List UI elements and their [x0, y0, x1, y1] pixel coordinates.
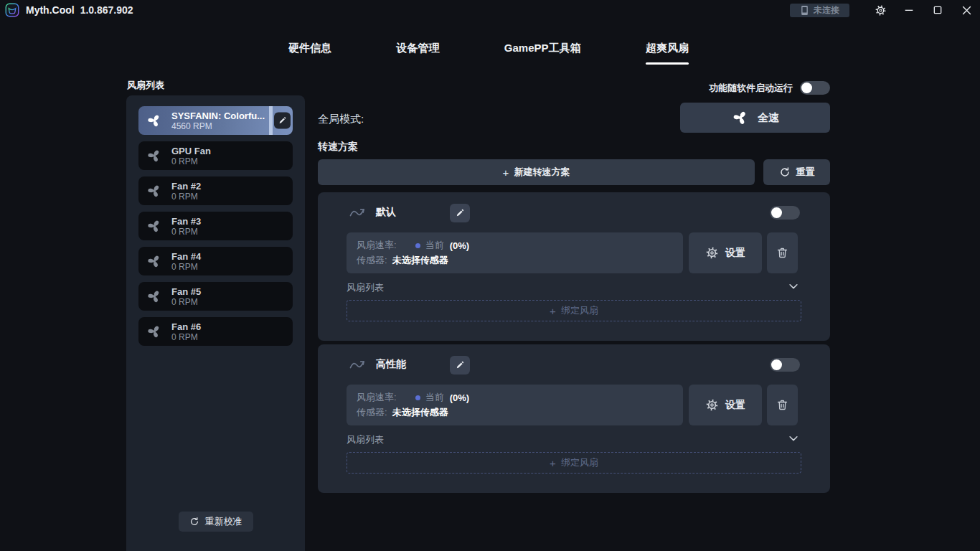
plus-icon: +	[550, 457, 556, 469]
scheme-edit-button[interactable]	[450, 356, 470, 375]
fan-icon	[146, 217, 163, 235]
maximize-icon	[932, 4, 943, 16]
close-button[interactable]	[958, 2, 974, 18]
scheme-name: 默认	[376, 206, 396, 219]
fan-rpm: 0 RPM	[171, 156, 211, 166]
fan-name: GPU Fan	[171, 146, 211, 156]
scheme-fan-list-label: 风扇列表	[347, 433, 384, 446]
scheme-edit-button[interactable]	[450, 204, 470, 222]
bind-fan-button[interactable]: + 绑定风扇	[347, 452, 801, 474]
new-scheme-label: 新建转速方案	[514, 166, 570, 179]
fan-item-4[interactable]: Fan #4 0 RPM	[138, 247, 293, 276]
scheme-card-default: 默认 风扇速率: 当前 (0%) 传感器: 未选择传感器 设置 风扇列表 + 绑…	[318, 192, 830, 341]
fan-rpm: 0 RPM	[171, 297, 201, 307]
scheme-header: 高性能	[347, 356, 406, 373]
reset-label: 重置	[796, 166, 815, 179]
gear-icon	[705, 246, 719, 260]
fan-name: Fan #2	[171, 181, 201, 192]
sensor-row: 传感器: 未选择传感器	[357, 406, 673, 419]
fan-icon	[731, 108, 750, 127]
current-label: 当前	[425, 239, 444, 252]
fan-name: Fan #6	[171, 321, 201, 332]
refresh-icon	[189, 517, 199, 527]
scheme-delete-button[interactable]	[767, 385, 798, 425]
chevron-down-icon[interactable]	[787, 432, 800, 445]
fan-item-sysfanin[interactable]: SYSFANIN: Colorfu... 4560 RPM	[138, 106, 293, 135]
scheme-name: 高性能	[376, 358, 406, 371]
sensor-value: 未选择传感器	[392, 254, 448, 267]
tab-bar: 硬件信息 设备管理 GamePP工具箱 超爽风扇	[288, 42, 689, 65]
scheme-info-panel: 风扇速率: 当前 (0%) 传感器: 未选择传感器	[347, 232, 683, 273]
connection-status-text: 未连接	[814, 4, 839, 17]
fan-item-5[interactable]: Fan #5 0 RPM	[138, 282, 293, 311]
scheme-header: 默认	[347, 204, 396, 221]
fan-name: Fan #4	[171, 251, 201, 262]
scheme-fan-list-label: 风扇列表	[347, 281, 384, 294]
pencil-icon	[278, 116, 287, 126]
fan-edit-button[interactable]	[274, 113, 291, 129]
fan-list-panel: SYSFANIN: Colorfu... 4560 RPM GPU Fan 0 …	[126, 95, 305, 551]
scheme-toggle[interactable]	[770, 358, 800, 372]
fan-item-2[interactable]: Fan #2 0 RPM	[138, 176, 293, 205]
sensor-label: 传感器:	[357, 406, 387, 419]
scheme-card-performance: 高性能 风扇速率: 当前 (0%) 传感器: 未选择传感器 设置 风扇列表 + …	[318, 344, 830, 493]
settings-gear-button[interactable]	[872, 2, 888, 18]
global-mode-label: 全局模式:	[318, 113, 364, 126]
fan-icon	[146, 147, 163, 164]
device-icon	[800, 5, 809, 16]
scheme-toggle[interactable]	[770, 206, 800, 220]
settings-label: 设置	[725, 247, 745, 260]
connection-status-badge[interactable]: 未连接	[790, 4, 849, 17]
fan-icon	[146, 253, 163, 270]
fan-rpm: 0 RPM	[171, 227, 201, 237]
current-value: (0%)	[450, 392, 469, 403]
bind-fan-label: 绑定风扇	[561, 304, 598, 317]
autostart-toggle[interactable]	[800, 81, 830, 95]
minimize-icon	[903, 4, 915, 16]
plus-icon: +	[503, 166, 509, 179]
sensor-value: 未选择传感器	[392, 406, 448, 419]
sensor-label: 传感器:	[357, 254, 387, 267]
fan-rate-label: 风扇速率:	[357, 391, 397, 404]
gear-icon	[705, 398, 719, 412]
current-dot-icon	[415, 395, 420, 400]
scheme-section-label: 转速方案	[318, 141, 358, 154]
full-speed-button[interactable]: 全速	[680, 103, 830, 133]
fan-rpm: 0 RPM	[171, 262, 201, 272]
sensor-row: 传感器: 未选择传感器	[357, 254, 673, 267]
minimize-button[interactable]	[901, 2, 917, 18]
scheme-settings-button[interactable]: 设置	[689, 232, 762, 273]
fan-list-title: 风扇列表	[127, 79, 164, 92]
fan-list: SYSFANIN: Colorfu... 4560 RPM GPU Fan 0 …	[138, 106, 293, 346]
current-label: 当前	[425, 391, 444, 404]
scheme-settings-button[interactable]: 设置	[689, 385, 762, 425]
tab-gamepp-toolbox[interactable]: GamePP工具箱	[504, 42, 581, 65]
bind-fan-button[interactable]: + 绑定风扇	[347, 300, 801, 321]
scheme-delete-button[interactable]	[767, 232, 798, 273]
fan-icon	[146, 112, 163, 129]
reset-button[interactable]: 重置	[763, 159, 830, 185]
fan-item-gpu[interactable]: GPU Fan 0 RPM	[138, 141, 293, 170]
maximize-button[interactable]	[930, 2, 946, 18]
trash-icon	[776, 398, 789, 412]
tab-super-fan[interactable]: 超爽风扇	[646, 42, 689, 65]
autostart-row: 功能随软件启动运行	[318, 81, 830, 95]
fan-rate-label: 风扇速率:	[357, 239, 397, 252]
fan-rate-row: 风扇速率: 当前 (0%)	[357, 391, 673, 404]
fan-name: Fan #3	[171, 216, 201, 227]
tab-hardware-info[interactable]: 硬件信息	[288, 42, 331, 65]
recalibrate-button[interactable]: 重新校准	[179, 512, 253, 532]
current-dot-icon	[415, 243, 420, 248]
app-name: Myth.Cool	[26, 4, 75, 16]
gear-icon	[875, 4, 887, 17]
app-version: 1.0.867.902	[80, 4, 133, 16]
chevron-down-icon[interactable]	[787, 280, 800, 293]
new-scheme-button[interactable]: + 新建转速方案	[318, 159, 755, 185]
bind-fan-label: 绑定风扇	[561, 456, 598, 469]
tab-device-management[interactable]: 设备管理	[396, 42, 439, 65]
fan-item-6[interactable]: Fan #6 0 RPM	[138, 317, 293, 346]
fan-rpm: 0 RPM	[171, 192, 201, 202]
fan-name: SYSFANIN: Colorfu...	[171, 110, 265, 121]
fan-item-3[interactable]: Fan #3 0 RPM	[138, 212, 293, 240]
fan-rpm: 0 RPM	[171, 332, 201, 342]
